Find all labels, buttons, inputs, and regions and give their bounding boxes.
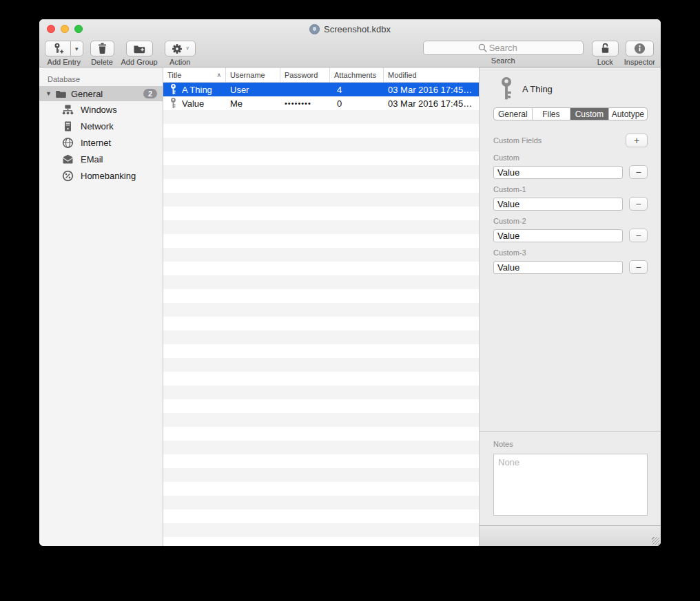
percent-icon <box>62 170 74 182</box>
field-value-input[interactable] <box>493 166 623 179</box>
inspector-content: A Thing General Files Custom Autotype Cu… <box>480 67 661 525</box>
remove-field-button[interactable]: − <box>629 197 648 211</box>
field-label: Custom-1 <box>493 185 648 193</box>
entry-table: Title ∧ Username Password Attachments Mo… <box>163 67 479 546</box>
custom-field-group: Custom-2 − <box>493 217 648 242</box>
tab-general[interactable]: General <box>494 108 533 120</box>
remove-field-button[interactable]: − <box>629 229 648 242</box>
field-label: Custom-2 <box>493 217 648 225</box>
inspector-spacer <box>493 274 648 431</box>
toolbar: ▾ Add Entry Delete <box>39 39 661 67</box>
delete-group: Delete <box>90 41 114 66</box>
sidebar: Database ▼ General 2 <box>39 67 163 546</box>
workgroup-icon <box>62 104 74 116</box>
sidebar-item-label: Homebanking <box>81 171 136 181</box>
trash-icon <box>97 43 107 54</box>
sidebar-item-general[interactable]: ▼ General 2 <box>39 86 163 101</box>
sidebar-item-internet[interactable]: Internet <box>39 134 163 151</box>
entry-modified: 03 Mar 2016 17:45… <box>384 98 479 109</box>
column-header-password[interactable]: Password <box>280 67 330 82</box>
table-header: Title ∧ Username Password Attachments Mo… <box>163 67 479 83</box>
tab-files[interactable]: Files <box>533 108 571 120</box>
key-icon <box>499 77 514 101</box>
key-icon <box>169 98 177 109</box>
traffic-lights <box>47 25 83 33</box>
window-title: Screenshot.kdbx <box>309 24 391 34</box>
add-group-group: Add Group <box>121 41 158 66</box>
tab-custom[interactable]: Custom <box>570 108 609 120</box>
custom-field-group: Custom-1 − <box>493 185 648 211</box>
notes-textarea[interactable] <box>493 454 648 516</box>
chevron-down-icon: ᵛ <box>187 45 189 52</box>
add-group-label: Add Group <box>121 58 158 66</box>
field-value-input[interactable] <box>493 229 623 242</box>
inspector-tabs: General Files Custom Autotype <box>493 107 648 120</box>
entry-title: A Thing <box>182 85 212 95</box>
remove-field-button[interactable]: − <box>629 165 648 179</box>
sidebar-header: Database <box>39 67 163 86</box>
add-entry-button[interactable] <box>45 41 71 56</box>
lock-button[interactable] <box>592 41 619 56</box>
close-button[interactable] <box>47 25 55 33</box>
lock-label: Lock <box>597 58 613 66</box>
entry-title: Value <box>182 98 204 109</box>
entry-username: User <box>226 85 280 95</box>
column-header-title[interactable]: Title ∧ <box>163 67 226 82</box>
inspector-label: Inspector <box>624 58 655 66</box>
resize-grip[interactable] <box>652 537 659 545</box>
search-icon <box>478 43 487 52</box>
inspector-group: Inspector <box>624 41 655 66</box>
inspector-button[interactable] <box>626 41 654 56</box>
delete-button[interactable] <box>90 41 114 56</box>
sidebar-item-label: Internet <box>81 138 111 148</box>
tab-autotype[interactable]: Autotype <box>609 108 647 120</box>
inspector-footer <box>480 525 661 546</box>
sidebar-item-email[interactable]: EMail <box>39 151 163 167</box>
add-entry-dropdown[interactable]: ▾ <box>71 41 83 56</box>
main-content: Database ▼ General 2 <box>39 67 661 546</box>
sidebar-item-windows[interactable]: Windows <box>39 101 163 118</box>
custom-field-group: Custom-3 − <box>493 249 648 274</box>
entry-attachments: 0 <box>330 98 384 109</box>
add-field-button[interactable]: + <box>626 134 648 147</box>
table-row[interactable]: Value Me •••••••• 0 03 Mar 2016 17:45… <box>163 96 479 110</box>
entry-password: •••••••• <box>280 99 330 107</box>
column-header-username[interactable]: Username <box>226 67 280 82</box>
remove-field-button[interactable]: − <box>629 260 648 274</box>
folder-plus-icon <box>133 43 146 54</box>
search-label: Search <box>491 56 515 65</box>
custom-fields-header: Custom Fields + <box>493 134 648 147</box>
search-input[interactable] <box>423 41 584 55</box>
column-header-modified[interactable]: Modified <box>384 67 479 82</box>
sidebar-item-label: EMail <box>81 154 103 165</box>
empty-table-rows[interactable] <box>163 110 479 546</box>
field-value-input[interactable] <box>493 198 623 211</box>
zoom-button[interactable] <box>74 25 83 33</box>
sidebar-item-label: Windows <box>81 105 117 115</box>
add-entry-group: ▾ Add Entry <box>45 41 83 66</box>
gear-icon <box>172 43 183 54</box>
server-icon <box>62 120 74 132</box>
open-padlock-icon <box>600 43 610 54</box>
document-icon <box>309 24 320 34</box>
action-group: ᵛ Action <box>165 41 196 66</box>
table-row[interactable]: A Thing User 4 03 Mar 2016 17:45… <box>163 83 479 96</box>
disclosure-triangle-icon[interactable]: ▼ <box>45 90 55 97</box>
entry-username: Me <box>226 98 280 109</box>
delete-label: Delete <box>91 58 113 66</box>
entry-count-badge: 2 <box>143 89 157 98</box>
sidebar-item-homebanking[interactable]: Homebanking <box>39 167 163 184</box>
notes-section: Notes <box>480 431 661 525</box>
minimize-button[interactable] <box>61 25 69 33</box>
titlebar[interactable]: Screenshot.kdbx <box>39 19 661 39</box>
add-group-button[interactable] <box>126 41 153 56</box>
lock-group: Lock <box>592 41 619 66</box>
action-button[interactable]: ᵛ <box>165 41 196 56</box>
field-value-input[interactable] <box>493 261 623 274</box>
key-icon <box>169 84 177 95</box>
info-icon <box>634 43 646 54</box>
envelope-icon <box>62 154 74 165</box>
column-header-attachments[interactable]: Attachments <box>330 67 384 82</box>
sidebar-item-network[interactable]: Network <box>39 118 163 134</box>
window-title-text: Screenshot.kdbx <box>324 24 391 34</box>
